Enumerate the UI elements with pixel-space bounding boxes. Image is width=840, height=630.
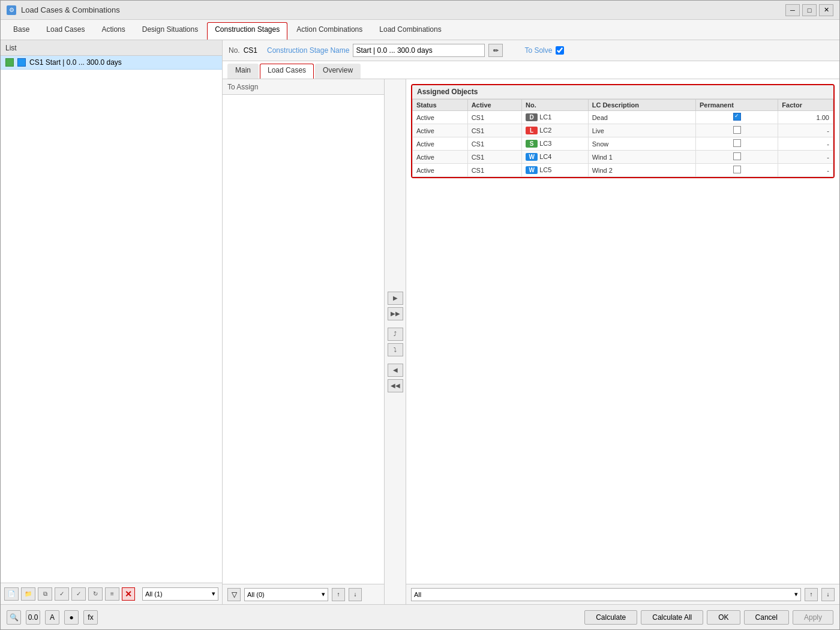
table-row: Active CS1 D LC1 Dead 1.00: [413, 111, 833, 124]
sub-tab-main[interactable]: Main: [227, 64, 259, 79]
check1-button[interactable]: ✓: [55, 587, 69, 601]
left-panel: List CS1 Start | 0.0 ... 300.0 days 📄 📁 …: [1, 40, 223, 604]
cell-desc: Wind 2: [588, 164, 695, 177]
cell-badge: W LC5: [522, 164, 589, 177]
panel-list: CS1 Start | 0.0 ... 300.0 days: [1, 56, 222, 583]
assign-dropdown[interactable]: All (0) ▾: [244, 588, 328, 601]
cell-permanent[interactable]: [696, 151, 778, 164]
col-lc-desc: LC Description: [588, 100, 695, 111]
cell-active: CS1: [467, 124, 521, 137]
number-icon[interactable]: 0.0: [26, 610, 40, 625]
circle-icon[interactable]: ●: [64, 610, 79, 625]
sub-tab-load-cases[interactable]: Load Cases: [260, 64, 314, 79]
restore-button[interactable]: □: [802, 4, 817, 16]
move-left-button[interactable]: ◀: [388, 364, 403, 377]
sort-button[interactable]: ≡: [105, 587, 119, 601]
window-controls: ─ □ ✕: [785, 4, 833, 16]
assign-filter-button[interactable]: ▽: [227, 588, 241, 601]
list-filter-dropdown[interactable]: All (1) ▾: [142, 587, 218, 601]
item-icon-green: [5, 58, 14, 67]
move-down-button[interactable]: ⤵: [388, 343, 403, 356]
permanent-checkbox[interactable]: [733, 126, 741, 134]
cs-solve-checkbox[interactable]: [556, 46, 564, 55]
assign-dropdown-text: All (0): [247, 591, 265, 598]
title-bar-left: ⚙ Load Cases & Combinations: [7, 5, 120, 15]
assigned-table: Status Active No. LC Description Permane…: [412, 99, 833, 177]
cell-permanent[interactable]: [696, 137, 778, 151]
assigned-dropdown-arrow-icon: ▾: [794, 590, 798, 598]
move-all-right-button[interactable]: ▶▶: [388, 307, 403, 320]
search-icon[interactable]: 🔍: [7, 610, 21, 625]
assigned-box: Assigned Objects Status Active No. LC De…: [411, 84, 835, 178]
window-title: Load Cases & Combinations: [21, 5, 120, 14]
cell-permanent[interactable]: [696, 111, 778, 124]
tab-load-cases[interactable]: Load Cases: [38, 22, 92, 40]
minimize-button[interactable]: ─: [785, 4, 800, 16]
cell-active: CS1: [467, 164, 521, 177]
check2-button[interactable]: ✓: [71, 587, 86, 601]
assigned-dropdown[interactable]: All ▾: [411, 588, 801, 601]
assign-header: To Assign: [223, 79, 384, 95]
cell-active: CS1: [467, 137, 521, 151]
dropdown-arrow-icon: ▾: [212, 590, 215, 598]
refresh-button[interactable]: ↻: [88, 587, 103, 601]
cell-status: Active: [413, 111, 468, 124]
cell-permanent[interactable]: [696, 124, 778, 137]
assigned-bottom-bar: All ▾ ↑ ↓: [406, 584, 839, 604]
calculate-button[interactable]: Calculate: [584, 610, 637, 625]
assigned-panel: Assigned Objects Status Active No. LC De…: [406, 79, 839, 604]
text-icon[interactable]: A: [45, 610, 59, 625]
assigned-dropdown-text: All: [414, 591, 421, 598]
cell-factor: 1.00: [778, 111, 833, 124]
item-icon-blue: [17, 58, 26, 67]
cell-factor: -: [778, 164, 833, 177]
cell-permanent[interactable]: [696, 164, 778, 177]
assign-bottom-bar: ▽ All (0) ▾ ↑ ↓: [223, 584, 384, 604]
table-row: Active CS1 W LC5 Wind 2 -: [413, 164, 833, 177]
tab-design-situations[interactable]: Design Situations: [134, 22, 206, 40]
assign-sort-desc-button[interactable]: ↓: [349, 588, 362, 601]
cell-desc: Dead: [588, 111, 695, 124]
tab-action-combinations[interactable]: Action Combinations: [289, 22, 370, 40]
cs-solve-field: To Solve: [512, 46, 564, 55]
cs-name-input[interactable]: [353, 44, 485, 57]
panel-footer: 📄 📁 ⧉ ✓ ✓ ↻ ≡ ✕ All (1) ▾: [1, 583, 222, 604]
sub-tab-bar: Main Load Cases Overview: [223, 61, 839, 79]
permanent-checkbox[interactable]: [733, 139, 741, 147]
list-item[interactable]: CS1 Start | 0.0 ... 300.0 days: [1, 56, 222, 70]
folder-button[interactable]: 📁: [21, 587, 35, 601]
cs-edit-button[interactable]: ✏: [488, 44, 503, 57]
permanent-checkbox[interactable]: [733, 113, 741, 121]
permanent-checkbox[interactable]: [733, 166, 741, 173]
tab-base[interactable]: Base: [5, 22, 37, 40]
cs-no-value: CS1: [244, 46, 257, 55]
ok-button[interactable]: OK: [707, 610, 740, 625]
assigned-sort-desc-button[interactable]: ↓: [821, 588, 835, 601]
calculate-all-button[interactable]: Calculate All: [641, 610, 703, 625]
delete-button[interactable]: ✕: [122, 587, 135, 601]
function-icon[interactable]: fx: [83, 610, 98, 625]
sub-tab-overview[interactable]: Overview: [315, 64, 361, 79]
assign-dropdown-arrow-icon: ▾: [322, 590, 325, 598]
cell-desc: Live: [588, 124, 695, 137]
title-bar: ⚙ Load Cases & Combinations ─ □ ✕: [1, 1, 839, 20]
move-all-left-button[interactable]: ◀◀: [388, 379, 403, 392]
tab-load-combinations[interactable]: Load Combinations: [371, 22, 449, 40]
tab-construction-stages[interactable]: Construction Stages: [207, 22, 287, 40]
cancel-button[interactable]: Cancel: [744, 610, 789, 625]
tab-actions[interactable]: Actions: [94, 22, 133, 40]
close-button[interactable]: ✕: [819, 4, 833, 16]
cs-no-field: No. CS1: [229, 46, 257, 55]
content-area: To Assign ▽ All (0) ▾ ↑ ↓ ▶: [223, 79, 839, 604]
apply-button[interactable]: Apply: [793, 610, 833, 625]
copy-button[interactable]: ⧉: [38, 587, 52, 601]
assigned-sort-asc-button[interactable]: ↑: [805, 588, 818, 601]
assign-sort-asc-button[interactable]: ↑: [332, 588, 345, 601]
col-active: Active: [467, 100, 521, 111]
add-button[interactable]: 📄: [4, 587, 19, 601]
move-right-button[interactable]: ▶: [388, 292, 403, 305]
main-tab-bar: Base Load Cases Actions Design Situation…: [1, 20, 839, 40]
permanent-checkbox[interactable]: [733, 152, 741, 160]
app-icon: ⚙: [7, 5, 16, 15]
move-up-button[interactable]: ⤴: [388, 328, 403, 341]
